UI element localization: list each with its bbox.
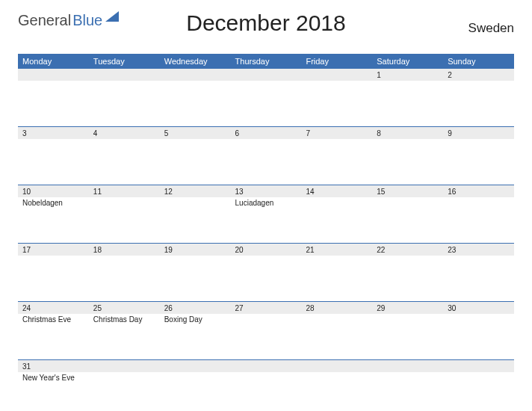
calendar-cell	[231, 360, 302, 405]
date-number: 23	[443, 244, 514, 256]
calendar-week: 31New Year's Eve	[18, 360, 514, 405]
date-number: 30	[443, 302, 514, 314]
calendar-week: 24Christmas Eve25Christmas Day26Boxing D…	[18, 302, 514, 360]
calendar-cell: 22	[372, 244, 443, 302]
calendar-week: 12	[18, 69, 514, 127]
logo-text-blue: Blue	[72, 12, 102, 29]
calendar-cell	[372, 360, 443, 405]
date-number	[231, 360, 302, 372]
date-number: 8	[372, 127, 443, 139]
logo: General Blue	[18, 12, 119, 29]
calendar-cell: 29	[372, 302, 443, 360]
calendar-cell: 2	[443, 69, 514, 127]
date-number: 14	[301, 185, 372, 197]
date-number: 21	[301, 244, 372, 256]
calendar-cell: 1	[372, 69, 443, 127]
date-number	[89, 69, 160, 81]
day-header: Thursday	[231, 57, 302, 66]
calendar-cell: 31New Year's Eve	[18, 360, 89, 405]
event-label: Christmas Eve	[18, 314, 89, 324]
date-number: 22	[372, 244, 443, 256]
calendar-cell: 30	[443, 302, 514, 360]
date-number: 5	[160, 127, 231, 139]
calendar-cell: 6	[231, 127, 302, 185]
calendar-cell: 27	[231, 302, 302, 360]
date-number	[160, 69, 231, 81]
day-header: Tuesday	[89, 57, 160, 66]
calendar-week: 17181920212223	[18, 244, 514, 302]
date-number: 20	[231, 244, 302, 256]
date-number: 15	[372, 185, 443, 197]
calendar-cell: 21	[301, 244, 372, 302]
calendar-cell: 9	[443, 127, 514, 185]
calendar-cell: 24Christmas Eve	[18, 302, 89, 360]
date-number: 18	[89, 244, 160, 256]
date-number: 6	[231, 127, 302, 139]
calendar-grid: Monday Tuesday Wednesday Thursday Friday…	[18, 54, 514, 405]
calendar-title: December 2018	[186, 10, 345, 36]
calendar-cell: 14	[301, 185, 372, 244]
day-header: Saturday	[372, 57, 443, 66]
date-number: 16	[443, 185, 514, 197]
calendar-cell: 11	[89, 185, 160, 244]
calendar-cell: 4	[89, 127, 160, 185]
date-number: 17	[18, 244, 89, 256]
calendar-cell	[231, 69, 302, 127]
day-header: Monday	[18, 57, 89, 66]
calendar-week: 3456789	[18, 127, 514, 185]
date-number: 3	[18, 127, 89, 139]
calendar-cell: 16	[443, 185, 514, 244]
date-number: 4	[89, 127, 160, 139]
calendar-cell: 13Luciadagen	[231, 185, 302, 244]
calendar-cell: 17	[18, 244, 89, 302]
day-header: Sunday	[443, 57, 514, 66]
date-number: 9	[443, 127, 514, 139]
calendar-cell	[301, 69, 372, 127]
date-number: 24	[18, 302, 89, 314]
calendar-cell	[160, 69, 231, 127]
country-label: Sweden	[468, 21, 514, 36]
calendar-cell: 26Boxing Day	[160, 302, 231, 360]
calendar-cell: 5	[160, 127, 231, 185]
date-number	[372, 360, 443, 372]
date-number: 26	[160, 302, 231, 314]
calendar-cell: 23	[443, 244, 514, 302]
day-header: Wednesday	[160, 57, 231, 66]
date-number	[443, 360, 514, 372]
event-label: Christmas Day	[89, 314, 160, 324]
date-number: 31	[18, 360, 89, 372]
calendar-cell: 8	[372, 127, 443, 185]
calendar-cell	[89, 69, 160, 127]
date-number: 1	[372, 69, 443, 81]
logo-text-general: General	[18, 12, 71, 29]
date-number: 29	[372, 302, 443, 314]
date-number: 25	[89, 302, 160, 314]
calendar-cell: 18	[89, 244, 160, 302]
calendar-cell: 19	[160, 244, 231, 302]
event-label: New Year's Eve	[18, 372, 89, 382]
date-number	[89, 360, 160, 372]
date-number: 19	[160, 244, 231, 256]
date-number	[18, 69, 89, 81]
calendar-cell	[301, 360, 372, 405]
calendar-week: 10Nobeldagen111213Luciadagen141516	[18, 185, 514, 244]
date-number: 27	[231, 302, 302, 314]
date-number	[231, 69, 302, 81]
date-number: 2	[443, 69, 514, 81]
day-header-row: Monday Tuesday Wednesday Thursday Friday…	[18, 54, 514, 69]
date-number	[160, 360, 231, 372]
date-number	[301, 360, 372, 372]
calendar-cell	[18, 69, 89, 127]
calendar-cell: 10Nobeldagen	[18, 185, 89, 244]
event-label: Nobeldagen	[18, 197, 89, 207]
calendar-cell: 20	[231, 244, 302, 302]
day-header: Friday	[301, 57, 372, 66]
date-number: 7	[301, 127, 372, 139]
event-label: Boxing Day	[160, 314, 231, 324]
date-number: 11	[89, 185, 160, 197]
calendar-cell: 3	[18, 127, 89, 185]
date-number: 28	[301, 302, 372, 314]
calendar-cell: 15	[372, 185, 443, 244]
calendar-cell	[160, 360, 231, 405]
calendar-cell	[443, 360, 514, 405]
